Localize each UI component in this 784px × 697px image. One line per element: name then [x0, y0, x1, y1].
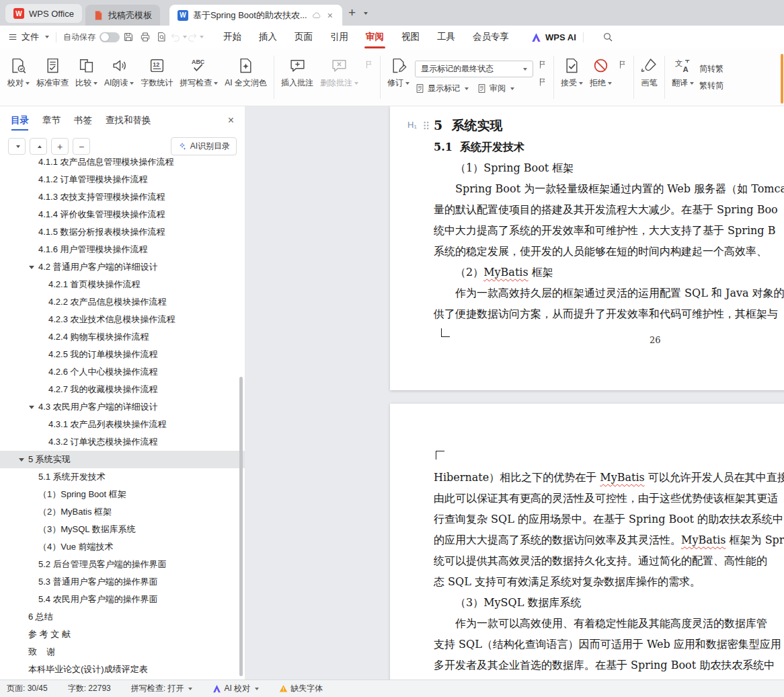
reject-button[interactable]: 拒绝: [586, 52, 615, 103]
new-tab-button[interactable]: +: [342, 5, 362, 20]
drag-handle-icon[interactable]: [423, 120, 429, 133]
ai-recognize-toc-button[interactable]: AI识别目录: [171, 137, 237, 155]
menu-tab-会员专享[interactable]: 会员专享: [464, 26, 518, 48]
toc-item[interactable]: （3）MySQL 数据库系统: [0, 521, 245, 538]
toc-item[interactable]: 4.1.5 数据分析报表模块操作流程: [0, 223, 245, 241]
toc-item[interactable]: 4.2.2 农产品信息模块操作流程: [0, 293, 245, 311]
toc-item[interactable]: 4.2.1 首页模块操作流程: [0, 276, 245, 293]
next-revision-icon[interactable]: [537, 76, 549, 88]
toc-item[interactable]: （2）MyBatis 框架: [0, 503, 245, 521]
review-pane-button[interactable]: 审阅: [477, 83, 514, 94]
toc-item[interactable]: 4.2.4 购物车模块操作流程: [0, 328, 245, 346]
spellcheck-status[interactable]: 拼写检查: 打开: [131, 683, 193, 694]
tab-current-document[interactable]: W 基于Spring Boot的助农扶农... ×: [169, 5, 342, 26]
close-tab-icon[interactable]: ×: [326, 9, 334, 22]
autosave-toggle[interactable]: [100, 32, 120, 42]
document-page-2[interactable]: Hibernate）相比之下的优势在于 MyBatis 可以允许开发人员在其中直…: [390, 404, 784, 680]
toc-item[interactable]: 4.2.7 我的收藏模块操作流程: [0, 381, 245, 398]
toc-item[interactable]: 4.2 普通用户客户端的详细设计: [0, 258, 245, 276]
standard-review-button[interactable]: 标准审查: [33, 52, 72, 103]
menu-tab-页面[interactable]: 页面: [286, 26, 321, 48]
sidebar-tab-目录[interactable]: 目录: [11, 107, 29, 134]
search-button[interactable]: [602, 32, 613, 42]
track-changes-button[interactable]: 修订: [384, 52, 413, 103]
tab-list-button[interactable]: [362, 5, 368, 17]
zoom-in-outline-button[interactable]: +: [51, 138, 69, 155]
save-button[interactable]: [120, 29, 136, 45]
expand-all-button[interactable]: [8, 138, 26, 155]
toc-item[interactable]: 6 总结: [0, 608, 245, 626]
menu-tab-引用[interactable]: 引用: [321, 26, 357, 48]
toc-item[interactable]: 4.1.1 农产品信息管理模块操作流程: [0, 157, 245, 171]
toc-item-label: （1）Spring Boot 框架: [38, 486, 126, 503]
ribbon-scroll-indicator[interactable]: [781, 54, 783, 104]
print-button[interactable]: [136, 29, 153, 45]
goto-revision-icon[interactable]: [617, 59, 629, 71]
toc-item[interactable]: 5.2 后台管理员客户端的操作界面: [0, 556, 245, 573]
menu-tab-视图[interactable]: 视图: [393, 26, 428, 48]
t2s-label: 繁转简: [699, 80, 723, 91]
previous-revision-icon[interactable]: [537, 59, 549, 71]
missing-font-warning[interactable]: 缺失字体: [279, 683, 323, 694]
sidebar-tab-查找和替换[interactable]: 查找和替换: [106, 107, 151, 134]
toc-item[interactable]: 4.1.3 农技支持管理模块操作流程: [0, 188, 245, 206]
close-panel-icon[interactable]: ×: [228, 115, 234, 126]
toc-item[interactable]: 4.1.6 用户管理模块操作流程: [0, 241, 245, 258]
collapse-all-button[interactable]: [30, 138, 47, 155]
toc-item[interactable]: 4.2.3 农业技术信息模块操作流程: [0, 311, 245, 328]
toc-item[interactable]: 致 谢: [0, 643, 245, 661]
print-preview-button[interactable]: [153, 29, 170, 45]
ai-polish-button[interactable]: AI 全文润色: [221, 52, 270, 103]
wps-ai-label: WPS AI: [545, 32, 576, 42]
toc-item[interactable]: 4.2.5 我的订单模块操作流程: [0, 346, 245, 363]
word-count-button[interactable]: 字数统计: [137, 52, 176, 103]
ai-proofread-status[interactable]: AI 校对: [212, 683, 259, 694]
proofread-label: 校对: [7, 77, 24, 89]
show-markup-button[interactable]: 显示标记: [415, 83, 469, 94]
toc-item[interactable]: （4）Vue 前端技术: [0, 538, 245, 556]
toc-item[interactable]: 4.3.1 农产品列表模块操作流程: [0, 416, 245, 433]
menu-tab-插入[interactable]: 插入: [250, 26, 286, 48]
sidebar-tab-书签[interactable]: 书签: [74, 107, 92, 134]
toc-item[interactable]: 5 系统实现: [0, 451, 245, 468]
spell-check-button[interactable]: 拼写检查: [176, 52, 221, 103]
toc-item[interactable]: 4.2.6 个人中心模块操作流程: [0, 363, 245, 381]
ai-read-button[interactable]: AI朗读: [101, 52, 137, 103]
sidebar-tab-章节[interactable]: 章节: [42, 107, 61, 134]
toc-item[interactable]: （1）Spring Boot 框架: [0, 486, 245, 503]
insert-comment-button[interactable]: 插入批注: [278, 52, 317, 103]
simplified-to-traditional-button[interactable]: 简转繁: [699, 63, 723, 75]
toc-item[interactable]: 参 考 文 献: [0, 626, 245, 643]
toc-item[interactable]: 4.3.2 订单状态模块操作流程: [0, 433, 245, 451]
toc-expand-arrow-icon[interactable]: [29, 406, 34, 409]
traditional-to-simplified-button[interactable]: 繁转简: [699, 80, 723, 91]
menu-tab-审阅[interactable]: 审阅: [357, 26, 393, 48]
toc-item[interactable]: 5.1 系统开发技术: [0, 468, 245, 486]
file-menu-button[interactable]: 文件: [8, 31, 49, 43]
track-changes-icon: [390, 55, 407, 75]
toc-item[interactable]: 4.3 农民用户客户端的详细设计: [0, 398, 245, 416]
abc-check-icon: [190, 55, 207, 75]
toc-item[interactable]: 5.3 普通用户客户端的操作界面: [0, 573, 245, 591]
menu-tab-工具[interactable]: 工具: [428, 26, 464, 48]
toc-item[interactable]: 本科毕业论文(设计)成绩评定表: [0, 661, 245, 678]
toc-item[interactable]: 4.1.2 订单管理模块操作流程: [0, 171, 245, 188]
tab-wps-home[interactable]: W WPS Office: [5, 4, 82, 23]
toc-item[interactable]: 5.4 农民用户客户端的操作界面: [0, 591, 245, 608]
print-icon: [140, 32, 151, 42]
tab-docer-template[interactable]: 找稿壳模板: [85, 5, 160, 26]
menu-tab-开始[interactable]: 开始: [214, 26, 250, 48]
translate-button[interactable]: 翻译: [668, 52, 697, 103]
compare-button[interactable]: 比较: [72, 52, 101, 103]
toc-expand-arrow-icon[interactable]: [19, 458, 24, 462]
zoom-out-outline-button[interactable]: −: [73, 138, 90, 155]
sidebar-scrollbar[interactable]: [239, 377, 243, 676]
proofread-button[interactable]: 校对: [4, 52, 33, 103]
markup-state-select[interactable]: 显示标记的最终状态: [415, 61, 533, 77]
accept-button[interactable]: 接受: [557, 52, 586, 103]
toc-expand-arrow-icon[interactable]: [29, 266, 34, 269]
wps-ai-button[interactable]: WPS AI: [531, 32, 576, 42]
document-page-1[interactable]: H₁ 5 系统实现 5.1 系统开发技术 （1）Spring Boot 框架Sp…: [390, 106, 784, 390]
ink-brush-button[interactable]: 画笔: [637, 52, 661, 103]
toc-item[interactable]: 4.1.4 评价收集管理模块操作流程: [0, 206, 245, 223]
